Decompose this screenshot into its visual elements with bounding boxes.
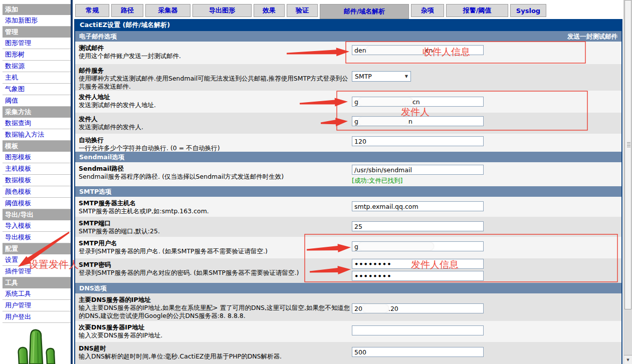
settings-tab-bar: 常规路径采集器导出图形效果验证邮件/域名解析杂项报警/阈值Syslog bbox=[75, 4, 546, 19]
field-label: 发件人 bbox=[79, 115, 352, 123]
vertical-scrollbar[interactable]: ▼ bbox=[623, 0, 632, 364]
dns-timeout-input[interactable]: 500 bbox=[352, 347, 484, 357]
from-address-input[interactable]: gcn bbox=[352, 97, 484, 107]
field-description: Sendmail服务器程序的路径. (仅当选择以Sendmail方式发送邮件时生… bbox=[79, 173, 352, 181]
chevron-down-icon: ▼ bbox=[405, 74, 408, 79]
from-name-input[interactable]: gn bbox=[352, 116, 484, 126]
sidebar-item[interactable]: 图形树 bbox=[3, 49, 71, 61]
redacted-text bbox=[358, 117, 408, 125]
sidebar-item[interactable]: 数据源 bbox=[3, 61, 71, 72]
mail-service-select[interactable]: SMTP▼ bbox=[352, 71, 411, 82]
wordwrap-input[interactable]: 120 bbox=[352, 136, 484, 146]
input-text: g bbox=[354, 243, 358, 250]
scrollbar-thumb[interactable] bbox=[624, 0, 631, 309]
field-label-block: 次要DNS服务器IP地址输入次要DNS服务器的IP地址. bbox=[75, 321, 356, 339]
section-title: Sendmail选项 bbox=[79, 152, 124, 162]
sidebar-item[interactable]: 数据输入方法 bbox=[3, 129, 71, 141]
sidebar-item[interactable]: 设置 bbox=[3, 254, 71, 266]
settings-sections: 电子邮件选项发送一封测试邮件测试邮件使用这个邮件账户发送一封测试邮件.dencn… bbox=[75, 31, 621, 364]
sidebar-nav: 添加添加新图形管理图形管理图形树数据源主机气象图阈值采集方法数据查询数据输入方法… bbox=[0, 4, 71, 323]
page-title: CactiEZ设置 (邮件/域名解析) bbox=[75, 19, 621, 31]
field-label: 次要DNS服务器IP地址 bbox=[79, 323, 352, 331]
tab[interactable]: 邮件/域名解析 bbox=[320, 4, 409, 19]
sidebar-item[interactable]: 导入模板 bbox=[3, 220, 71, 232]
field-label: 发件人地址 bbox=[79, 93, 352, 101]
settings-row: 主要DNS服务器的IP地址输入主要DNS服务器的IP地址,如果您在系统里配> 置… bbox=[75, 293, 621, 321]
field-label: SMTP端口 bbox=[79, 219, 352, 227]
settings-row: DNS超时输入DNS解析的超时时间,单位:毫秒.CactiEZ使用基于PHP的D… bbox=[75, 342, 621, 364]
field-label: Sendmail路径 bbox=[79, 165, 352, 173]
scroll-down-button[interactable]: ▼ bbox=[624, 355, 632, 364]
cactus-icon bbox=[6, 328, 66, 364]
dns-primary-input[interactable]: 20.20 bbox=[352, 303, 484, 313]
smtp-host-input[interactable]: smtp.exmail.qq.com bbox=[352, 201, 484, 211]
tab[interactable]: 报警/阈值 bbox=[446, 4, 508, 17]
tab[interactable]: 路径 bbox=[111, 4, 143, 17]
section-title: DNS选项 bbox=[79, 283, 107, 293]
sidebar-section-header: 工具 bbox=[3, 277, 71, 288]
field-description: 发送测试邮件的发件人. bbox=[79, 123, 352, 131]
sidebar-item[interactable]: 导出模板 bbox=[3, 232, 71, 243]
sidebar: 添加添加新图形管理图形管理图形树数据源主机气象图阈值采集方法数据查询数据输入方法… bbox=[0, 0, 71, 364]
input-text: g bbox=[354, 98, 358, 106]
smtp-password-input[interactable]: •••••••• bbox=[352, 271, 484, 281]
smtp-password-input[interactable]: •••••••• bbox=[352, 259, 484, 269]
sidebar-item[interactable]: 数据查询 bbox=[3, 118, 71, 129]
sidebar-item[interactable]: 颜色模板 bbox=[3, 186, 71, 198]
tab[interactable]: Syslog bbox=[510, 4, 546, 17]
sidebar-item[interactable]: 图形模板 bbox=[3, 152, 71, 163]
tab[interactable]: 效果 bbox=[254, 4, 285, 17]
smtp-username-input[interactable]: g bbox=[352, 241, 484, 251]
section-header: SMTP选项 bbox=[75, 186, 621, 197]
scroll-down-icon: ▼ bbox=[626, 358, 629, 362]
field-description: 输入主要DNS服务器的IP地址,如果您在系统里配> 置了可用的DNS,这里可以留… bbox=[79, 304, 352, 320]
input-text: 20 bbox=[354, 305, 362, 312]
field-label-block: Sendmail路径Sendmail服务器程序的路径. (仅当选择以Sendma… bbox=[75, 162, 356, 181]
field-label-block: 主要DNS服务器的IP地址输入主要DNS服务器的IP地址,如果您在系统里配> 置… bbox=[75, 293, 356, 320]
sidebar-divider bbox=[71, 0, 73, 364]
sidebar-item[interactable]: 气象图 bbox=[3, 84, 71, 95]
redacted-text bbox=[358, 242, 434, 250]
smtp-port-input[interactable]: 25 bbox=[352, 221, 484, 231]
sidebar-item[interactable]: 主机模板 bbox=[3, 163, 71, 175]
field-label-block: 邮件服务使用哪种方式发送测试邮件.使用Sendmail可能无法发送到公共邮箱,推… bbox=[75, 64, 356, 91]
field-label: DNS超时 bbox=[79, 344, 352, 352]
sidebar-item[interactable]: 图形管理 bbox=[3, 38, 71, 49]
sidebar-item[interactable]: 主机 bbox=[3, 72, 71, 84]
field-description: SMTP服务器的主机名或IP,如:smtp.163.com. bbox=[79, 207, 352, 215]
field-value-block: dencn bbox=[352, 45, 484, 55]
tab[interactable]: 常规 bbox=[75, 4, 109, 17]
field-value-block: •••••••••••••••• bbox=[352, 259, 484, 283]
settings-row: SMTP密码登录到SMTP服务器的用户名对应的密码. (如果SMTP服务器不需要… bbox=[75, 258, 621, 283]
sidebar-item[interactable]: 数据模板 bbox=[3, 175, 71, 186]
sidebar-item[interactable]: 阈值模板 bbox=[3, 198, 71, 209]
sidebar-item[interactable]: 插件管理 bbox=[3, 266, 71, 277]
field-label-block: 发件人发送测试邮件的发件人. bbox=[75, 113, 356, 131]
sendmail-path-input[interactable]: /usr/sbin/sendmail bbox=[352, 165, 484, 175]
tab[interactable]: 采集器 bbox=[145, 4, 190, 17]
field-label: 主要DNS服务器的IP地址 bbox=[79, 296, 352, 304]
sidebar-item[interactable]: 添加新图形 bbox=[3, 15, 71, 27]
settings-row: Sendmail路径Sendmail服务器程序的路径. (仅当选择以Sendma… bbox=[75, 162, 621, 186]
sidebar-item[interactable]: 系统工具 bbox=[3, 288, 71, 300]
field-label: 自动换行 bbox=[79, 136, 352, 144]
tab[interactable]: 杂项 bbox=[411, 4, 444, 17]
tab[interactable]: 验证 bbox=[287, 4, 318, 17]
field-value-block: 500 bbox=[352, 347, 484, 357]
sidebar-item[interactable]: 用户管理 bbox=[3, 300, 71, 311]
sidebar-item[interactable]: 阈值 bbox=[3, 95, 71, 107]
send-test-mail-link[interactable]: 发送一封测试邮件 bbox=[567, 31, 617, 42]
field-value-block: 120 bbox=[352, 136, 484, 146]
sidebar-section-header: 模板 bbox=[3, 141, 71, 152]
dns-secondary-input[interactable] bbox=[352, 325, 484, 335]
test-email-input[interactable]: dencn bbox=[352, 45, 484, 55]
section-header: DNS选项 bbox=[75, 283, 621, 293]
field-description: SMTP服务器的端口,默认:25. bbox=[79, 227, 352, 235]
field-label-block: SMTP服务器主机名SMTP服务器的主机名或IP,如:smtp.163.com. bbox=[75, 197, 356, 215]
select-value: SMTP bbox=[355, 73, 372, 80]
sidebar-item[interactable]: 用户登出 bbox=[3, 311, 71, 323]
input-text: cn bbox=[426, 47, 433, 54]
field-description: 一行允许多少个字符并自动换行. (0 = 不自动换行) bbox=[79, 144, 352, 152]
tab[interactable]: 导出图形 bbox=[192, 4, 252, 17]
section-header: 电子邮件选项发送一封测试邮件 bbox=[75, 31, 621, 42]
